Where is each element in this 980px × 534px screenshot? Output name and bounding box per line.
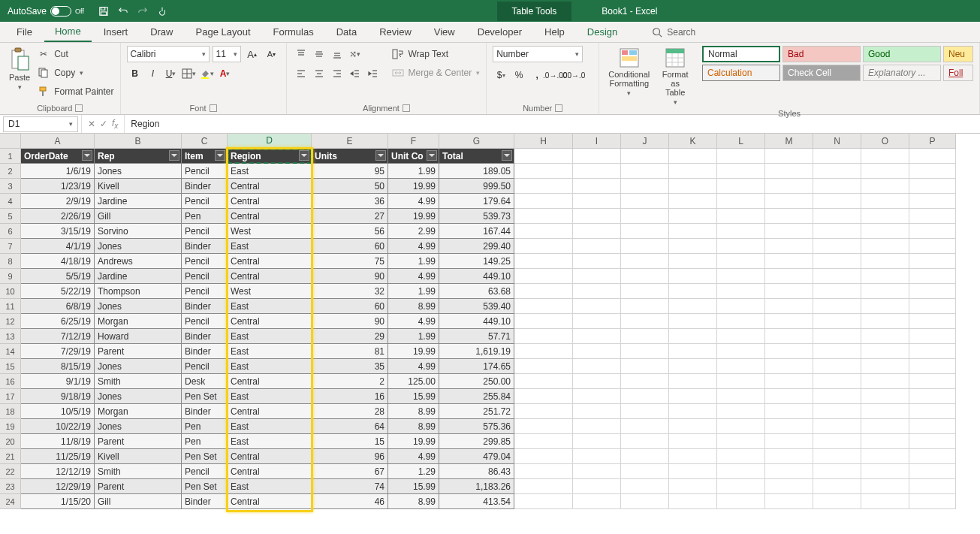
cell-P8[interactable] [909, 254, 956, 269]
cell-M4[interactable] [765, 194, 813, 209]
cell-E12[interactable]: 90 [312, 314, 388, 329]
cell-N23[interactable] [813, 479, 861, 494]
cancel-icon[interactable]: ✕ [88, 119, 95, 129]
align-middle-icon[interactable] [311, 46, 327, 62]
cell-J5[interactable] [621, 209, 669, 224]
cell-J18[interactable] [621, 404, 669, 419]
cell-N7[interactable] [813, 239, 861, 254]
row-header-21[interactable]: 21 [0, 449, 21, 464]
increase-indent-icon[interactable] [365, 65, 381, 82]
row-header-2[interactable]: 2 [0, 164, 21, 179]
cell-C14[interactable]: Binder [182, 344, 228, 359]
cell-O6[interactable] [861, 224, 909, 239]
style-check-cell[interactable]: Check Cell [782, 65, 861, 81]
decrease-font-icon[interactable]: A▾ [264, 46, 280, 62]
cell-P22[interactable] [909, 464, 956, 479]
cell-P20[interactable] [909, 434, 956, 449]
col-header-P[interactable]: P [909, 134, 956, 149]
cell-E14[interactable]: 81 [312, 344, 388, 359]
cell-J15[interactable] [621, 359, 669, 374]
cell-M20[interactable] [765, 434, 813, 449]
cell-N13[interactable] [813, 329, 861, 344]
cell-K2[interactable] [669, 164, 717, 179]
cell-J11[interactable] [621, 299, 669, 314]
cell-A12[interactable]: 6/25/19 [21, 314, 95, 329]
cell-H16[interactable] [514, 374, 573, 389]
cell-P9[interactable] [909, 269, 956, 284]
cell-J22[interactable] [621, 464, 669, 479]
cell-F2[interactable]: 1.99 [388, 164, 439, 179]
row-header-16[interactable]: 16 [0, 374, 21, 389]
cell-C15[interactable]: Pencil [182, 359, 228, 374]
cell-B2[interactable]: Jones [95, 164, 182, 179]
select-all-corner[interactable] [0, 134, 21, 149]
cell-O19[interactable] [861, 419, 909, 434]
decrease-decimal-button[interactable]: .00→.0 [565, 67, 581, 83]
cell-F22[interactable]: 1.29 [388, 464, 439, 479]
cell-L14[interactable] [717, 344, 765, 359]
row-header-23[interactable]: 23 [0, 479, 21, 494]
cell-K12[interactable] [669, 314, 717, 329]
cell-G13[interactable]: 57.71 [439, 329, 514, 344]
cell-O11[interactable] [861, 299, 909, 314]
cell-N4[interactable] [813, 194, 861, 209]
cell-G20[interactable]: 299.85 [439, 434, 514, 449]
col-header-B[interactable]: B [95, 134, 182, 149]
cell-K4[interactable] [669, 194, 717, 209]
cell-N19[interactable] [813, 419, 861, 434]
row-header-1[interactable]: 1 [0, 149, 21, 164]
cell-B7[interactable]: Jones [95, 239, 182, 254]
cell-E20[interactable]: 15 [312, 434, 388, 449]
cell-I3[interactable] [573, 179, 621, 194]
cell-L15[interactable] [717, 359, 765, 374]
underline-button[interactable]: U▾ [163, 65, 179, 82]
cell-H4[interactable] [514, 194, 573, 209]
cell-M13[interactable] [765, 329, 813, 344]
cell-C13[interactable]: Binder [182, 329, 228, 344]
cell-H7[interactable] [514, 239, 573, 254]
row-header-14[interactable]: 14 [0, 344, 21, 359]
cell-I13[interactable] [573, 329, 621, 344]
paste-button[interactable]: Paste ▾ [6, 46, 33, 92]
cell-N8[interactable] [813, 254, 861, 269]
cell-A13[interactable]: 7/12/19 [21, 329, 95, 344]
cell-B16[interactable]: Smith [95, 374, 182, 389]
cell-H6[interactable] [514, 224, 573, 239]
cell-F7[interactable]: 4.99 [388, 239, 439, 254]
cell-N15[interactable] [813, 359, 861, 374]
cell-F9[interactable]: 4.99 [388, 269, 439, 284]
cell-A11[interactable]: 6/8/19 [21, 299, 95, 314]
cell-C3[interactable]: Binder [182, 179, 228, 194]
tab-help[interactable]: Help [534, 23, 575, 41]
cell-H20[interactable] [514, 434, 573, 449]
cell-K1[interactable] [669, 149, 717, 164]
col-header-E[interactable]: E [312, 134, 388, 149]
cell-G18[interactable]: 251.72 [439, 404, 514, 419]
align-top-icon[interactable] [293, 46, 309, 62]
tab-data[interactable]: Data [326, 23, 367, 41]
formula-input[interactable]: Region [125, 119, 980, 129]
autosave-toggle[interactable]: AutoSave Off [0, 6, 92, 17]
cell-C19[interactable]: Pen [182, 419, 228, 434]
cell-L8[interactable] [717, 254, 765, 269]
cell-N20[interactable] [813, 434, 861, 449]
cell-B24[interactable]: Gill [95, 494, 182, 509]
save-icon[interactable] [98, 5, 110, 17]
col-header-J[interactable]: J [621, 134, 669, 149]
filter-button-item[interactable] [215, 150, 225, 161]
cell-H9[interactable] [514, 269, 573, 284]
cell-N5[interactable] [813, 209, 861, 224]
cell-K23[interactable] [669, 479, 717, 494]
fill-color-button[interactable]: ▾ [199, 65, 216, 82]
cell-O17[interactable] [861, 389, 909, 404]
cell-M5[interactable] [765, 209, 813, 224]
cell-M12[interactable] [765, 314, 813, 329]
cell-D1[interactable]: Region [228, 149, 312, 164]
cell-K5[interactable] [669, 209, 717, 224]
cell-C12[interactable]: Pencil [182, 314, 228, 329]
cell-P12[interactable] [909, 314, 956, 329]
cell-G19[interactable]: 575.36 [439, 419, 514, 434]
orientation-icon[interactable]: ⤭▾ [347, 46, 363, 62]
cell-P19[interactable] [909, 419, 956, 434]
cell-G9[interactable]: 449.10 [439, 269, 514, 284]
